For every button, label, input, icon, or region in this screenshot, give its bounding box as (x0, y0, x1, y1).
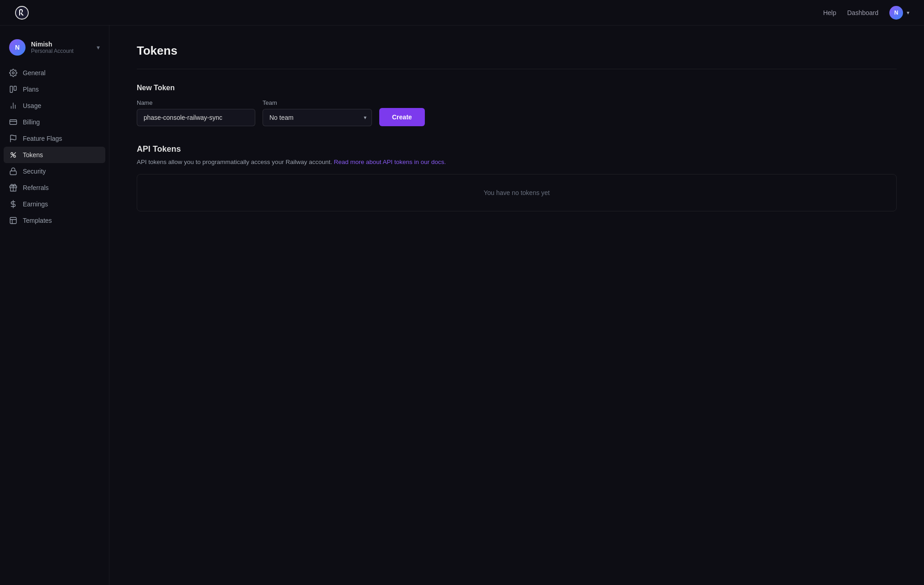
sidebar-item-label: Templates (23, 217, 52, 224)
account-info: Nimish Personal Account (31, 41, 91, 54)
divider (137, 69, 897, 69)
sidebar-item-security[interactable]: Security (4, 163, 105, 180)
create-button[interactable]: Create (379, 108, 425, 126)
new-token-form: Name Team No team ▾ Create (137, 99, 897, 126)
sidebar-item-label: Usage (23, 102, 41, 109)
sidebar-item-label: Billing (23, 118, 40, 126)
team-select[interactable]: No team (263, 109, 372, 126)
account-name: Nimish (31, 41, 91, 48)
team-select-wrapper: No team ▾ (263, 109, 372, 126)
svg-rect-7 (10, 120, 17, 125)
templates-icon (9, 216, 17, 225)
referrals-icon (9, 184, 17, 192)
main-layout: N Nimish Personal Account ▾ General (0, 26, 924, 585)
sidebar-item-templates[interactable]: Templates (4, 212, 105, 229)
account-switcher[interactable]: N Nimish Personal Account ▾ (0, 35, 109, 65)
sidebar-item-feature-flags[interactable]: Feature Flags (4, 130, 105, 147)
name-input[interactable] (137, 109, 255, 126)
security-icon (9, 167, 17, 175)
user-menu[interactable]: N ▾ (889, 6, 909, 20)
account-avatar: N (9, 39, 26, 56)
billing-icon (9, 118, 17, 126)
sidebar-item-label: General (23, 69, 46, 77)
svg-rect-2 (10, 86, 12, 92)
api-tokens-title: API Tokens (137, 144, 897, 154)
team-label: Team (263, 99, 372, 106)
sidebar-item-usage[interactable]: Usage (4, 98, 105, 114)
sidebar-item-label: Tokens (23, 151, 43, 159)
api-tokens-description: API tokens allow you to programmatically… (137, 158, 897, 167)
user-avatar: N (889, 6, 903, 20)
tokens-empty-box: You have no tokens yet (137, 174, 897, 211)
account-chevron-icon: ▾ (97, 44, 100, 51)
api-tokens-docs-link[interactable]: Read more about API tokens in our docs. (334, 159, 446, 165)
plans-icon (9, 85, 17, 93)
svg-rect-13 (10, 171, 16, 174)
sidebar-item-billing[interactable]: Billing (4, 114, 105, 130)
main-content: Tokens New Token Name Team No team ▾ (109, 26, 924, 585)
page-title: Tokens (137, 44, 897, 58)
name-field: Name (137, 99, 255, 126)
account-type: Personal Account (31, 48, 91, 54)
sidebar-item-label: Plans (23, 86, 39, 93)
sidebar-nav: General Plans (0, 65, 109, 229)
top-nav: Help Dashboard N ▾ (0, 0, 924, 26)
new-token-title: New Token (137, 84, 897, 92)
usage-icon (9, 102, 17, 110)
svg-rect-3 (14, 86, 16, 90)
new-token-section: New Token Name Team No team ▾ Create (137, 84, 897, 126)
sidebar-item-earnings[interactable]: Earnings (4, 196, 105, 212)
sidebar-item-label: Security (23, 168, 46, 175)
flag-icon (9, 134, 17, 143)
tokens-icon (9, 151, 17, 159)
sidebar: N Nimish Personal Account ▾ General (0, 26, 109, 585)
earnings-icon (9, 200, 17, 208)
svg-point-0 (15, 6, 28, 19)
sidebar-item-plans[interactable]: Plans (4, 81, 105, 98)
sidebar-item-label: Referrals (23, 184, 49, 191)
team-field: Team No team ▾ (263, 99, 372, 126)
sidebar-item-general[interactable]: General (4, 65, 105, 81)
sidebar-item-tokens[interactable]: Tokens (4, 147, 105, 163)
empty-label: You have no tokens yet (484, 189, 550, 196)
sidebar-item-label: Feature Flags (23, 135, 62, 142)
gear-icon (9, 69, 17, 77)
help-link[interactable]: Help (823, 9, 836, 16)
topnav-right: Help Dashboard N ▾ (823, 6, 909, 20)
app-logo[interactable] (15, 5, 29, 20)
sidebar-item-label: Earnings (23, 200, 48, 208)
sidebar-item-referrals[interactable]: Referrals (4, 180, 105, 196)
api-tokens-section: API Tokens API tokens allow you to progr… (137, 144, 897, 211)
dashboard-link[interactable]: Dashboard (847, 9, 879, 16)
svg-rect-15 (10, 217, 16, 224)
svg-point-1 (12, 72, 15, 74)
name-label: Name (137, 99, 255, 106)
chevron-down-icon: ▾ (907, 10, 909, 16)
